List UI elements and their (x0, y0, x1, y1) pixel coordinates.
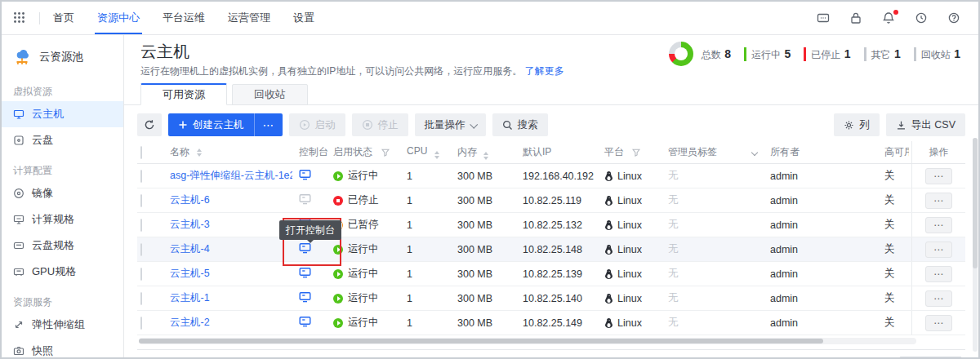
scrollbar-thumb[interactable] (139, 339, 823, 343)
history-icon[interactable] (915, 11, 928, 24)
row-actions-button[interactable]: ⋯ (925, 266, 952, 282)
owner-value: admin (770, 317, 884, 329)
cloud-pool-icon (11, 47, 33, 68)
row-checkbox[interactable] (140, 243, 142, 256)
select-all-checkbox[interactable] (140, 146, 142, 159)
row-checkbox[interactable] (140, 268, 142, 281)
scrollbar-thumb[interactable] (973, 138, 978, 268)
row-actions-button[interactable]: ⋯ (925, 242, 952, 258)
row-checkbox[interactable] (140, 219, 142, 232)
sidebar-item-disk-spec[interactable]: 云盘规格 (2, 233, 123, 259)
memory-value: 300 MB (457, 293, 523, 304)
filter-icon[interactable] (632, 148, 640, 157)
sort-icon[interactable] (197, 148, 202, 157)
sidebar-item-cloud-disk[interactable]: 云盘 (2, 127, 123, 153)
row-actions-button[interactable]: ⋯ (925, 217, 952, 233)
open-console-button[interactable] (299, 291, 311, 303)
table-row: 云主机-5 运行中 1 300 MB 10.82.25.139 Linux 无 … (137, 262, 965, 286)
platform-label: Linux (617, 195, 642, 206)
open-console-button[interactable] (299, 193, 311, 205)
nav-home[interactable]: 首页 (53, 2, 74, 34)
sidebar-item-snapshot[interactable]: 快照 (2, 338, 123, 359)
create-more-button[interactable]: ⋯ (254, 113, 283, 136)
row-checkbox[interactable] (140, 292, 142, 305)
topbar: 首页 资源中心 平台运维 运营管理 设置 (2, 2, 978, 35)
tab-available-resources[interactable]: 可用资源 (140, 83, 227, 105)
filter-icon[interactable] (381, 148, 390, 157)
row-checkbox[interactable] (140, 194, 142, 207)
console-icon (299, 267, 311, 278)
columns-button[interactable]: 列 (834, 113, 880, 136)
divider (39, 12, 40, 24)
disk-icon (13, 135, 24, 146)
resource-pool-header[interactable]: 云资源池 (2, 43, 123, 74)
admin-tag-value: 无 (668, 169, 770, 183)
host-name-link[interactable]: 云主机-2 (170, 316, 210, 330)
nav-resource-center[interactable]: 资源中心 (97, 2, 140, 34)
stat-recycle-bin: 回收站 1 (914, 46, 960, 62)
host-name-link[interactable]: 云主机-3 (170, 218, 210, 232)
platform-cell: Linux (604, 268, 668, 280)
chevron-down-icon[interactable] (751, 148, 758, 155)
nav-operation-mgmt[interactable]: 运营管理 (228, 2, 270, 34)
open-console-button[interactable] (299, 169, 311, 180)
export-csv-button[interactable]: 导出 CSV (886, 113, 965, 136)
linux-icon (604, 269, 613, 279)
host-name-link[interactable]: 云主机-4 (170, 242, 210, 256)
status-label: 运行中 (348, 291, 379, 305)
bell-icon[interactable] (882, 11, 895, 24)
stop-button[interactable]: 停止 (352, 113, 408, 136)
sort-icon[interactable] (483, 152, 488, 160)
nav-settings[interactable]: 设置 (293, 2, 314, 34)
platform-label: Linux (617, 293, 642, 304)
app-grid-icon[interactable] (13, 11, 26, 24)
console-tooltip: 打开控制台 (279, 220, 341, 240)
search-icon (502, 120, 513, 131)
learn-more-link[interactable]: 了解更多 (525, 65, 564, 77)
page-size-select[interactable]: 10 条/页 (899, 357, 962, 357)
open-console-button[interactable] (299, 267, 311, 278)
table-row: 云主机-6 已停止 1 300 MB 10.82.25.119 Linux 无 … (137, 188, 965, 213)
horizontal-scrollbar[interactable] (139, 338, 916, 344)
search-button[interactable]: 搜索 (492, 113, 548, 136)
vertical-scrollbar[interactable] (973, 138, 978, 352)
tab-recycle-bin[interactable]: 回收站 (232, 84, 308, 105)
row-checkbox[interactable] (140, 170, 142, 183)
row-actions-button[interactable]: ⋯ (925, 290, 952, 307)
admin-tag-value: 无 (668, 218, 770, 232)
row-actions-button[interactable]: ⋯ (925, 168, 952, 184)
sidebar-item-compute-spec[interactable]: 计算规格 (2, 206, 123, 233)
sidebar-item-autoscaling-group[interactable]: 弹性伸缩组 (2, 312, 123, 338)
host-name-link[interactable]: asg-弹性伸缩组-云主机-1e2fc (170, 169, 292, 183)
table-row: 云主机-3 已暂停 1 300 MB 10.82.25.132 Linux 无 … (137, 213, 965, 237)
default-ip-value: 10.82.25.139 (523, 268, 604, 280)
linux-icon (604, 220, 613, 230)
section-title: 虚拟资源 (13, 85, 123, 99)
sidebar-item-cloud-host[interactable]: 云主机 (2, 101, 123, 127)
sidebar-item-image[interactable]: 镜像 (2, 180, 123, 206)
platform-label: Linux (617, 171, 642, 182)
host-name-link[interactable]: 云主机-6 (170, 193, 210, 207)
start-button[interactable]: 启动 (289, 113, 345, 136)
lock-icon[interactable] (849, 11, 862, 24)
disk-spec-icon (13, 240, 24, 251)
stat-other: 其它 1 (864, 46, 901, 62)
row-actions-button[interactable]: ⋯ (925, 315, 952, 331)
sidebar-item-gpu-spec[interactable]: GPU规格 (2, 259, 123, 285)
open-console-button[interactable] (299, 316, 311, 327)
host-name-link[interactable]: 云主机-1 (170, 291, 210, 305)
workspace-icon[interactable] (817, 11, 830, 24)
row-actions-button[interactable]: ⋯ (925, 193, 952, 209)
default-ip-value: 10.82.25.148 (523, 244, 604, 255)
batch-actions-button[interactable]: 批量操作 (415, 113, 486, 136)
nav-platform-ops[interactable]: 平台运维 (163, 2, 205, 34)
platform-label: Linux (617, 268, 642, 280)
host-name-link[interactable]: 云主机-5 (170, 267, 210, 281)
refresh-button[interactable] (137, 113, 162, 136)
memory-value: 300 MB (457, 171, 523, 182)
sort-icon[interactable] (434, 151, 439, 159)
create-host-button[interactable]: 创建云主机 (168, 113, 254, 136)
row-checkbox[interactable] (140, 317, 142, 330)
help-icon[interactable] (947, 11, 960, 24)
default-ip-value: 10.82.25.132 (523, 219, 604, 231)
